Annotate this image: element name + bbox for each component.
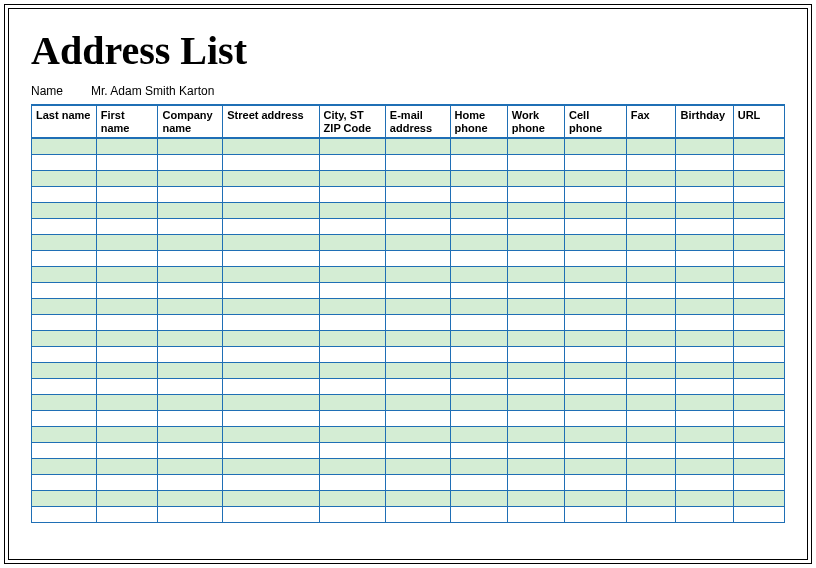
cell-fax[interactable]: [626, 186, 676, 202]
cell-fax[interactable]: [626, 298, 676, 314]
cell-city_st_zip[interactable]: [319, 362, 385, 378]
cell-cell_phone[interactable]: [565, 170, 627, 186]
cell-company_name[interactable]: [158, 218, 223, 234]
cell-last_name[interactable]: [32, 298, 97, 314]
cell-url[interactable]: [733, 490, 784, 506]
cell-work_phone[interactable]: [507, 378, 564, 394]
cell-city_st_zip[interactable]: [319, 426, 385, 442]
cell-fax[interactable]: [626, 474, 676, 490]
cell-last_name[interactable]: [32, 186, 97, 202]
cell-last_name[interactable]: [32, 506, 97, 522]
cell-fax[interactable]: [626, 266, 676, 282]
cell-email_address[interactable]: [385, 234, 450, 250]
cell-fax[interactable]: [626, 138, 676, 154]
cell-fax[interactable]: [626, 426, 676, 442]
cell-fax[interactable]: [626, 218, 676, 234]
cell-url[interactable]: [733, 394, 784, 410]
cell-street_address[interactable]: [223, 346, 319, 362]
cell-first_name[interactable]: [96, 410, 158, 426]
cell-home_phone[interactable]: [450, 234, 507, 250]
cell-home_phone[interactable]: [450, 410, 507, 426]
cell-url[interactable]: [733, 218, 784, 234]
cell-work_phone[interactable]: [507, 458, 564, 474]
cell-birthday[interactable]: [676, 234, 733, 250]
cell-fax[interactable]: [626, 282, 676, 298]
cell-company_name[interactable]: [158, 250, 223, 266]
cell-company_name[interactable]: [158, 394, 223, 410]
cell-email_address[interactable]: [385, 490, 450, 506]
cell-last_name[interactable]: [32, 218, 97, 234]
cell-home_phone[interactable]: [450, 330, 507, 346]
cell-company_name[interactable]: [158, 362, 223, 378]
cell-home_phone[interactable]: [450, 154, 507, 170]
cell-cell_phone[interactable]: [565, 218, 627, 234]
cell-work_phone[interactable]: [507, 426, 564, 442]
cell-cell_phone[interactable]: [565, 394, 627, 410]
cell-home_phone[interactable]: [450, 266, 507, 282]
cell-home_phone[interactable]: [450, 282, 507, 298]
cell-company_name[interactable]: [158, 474, 223, 490]
cell-url[interactable]: [733, 410, 784, 426]
cell-url[interactable]: [733, 250, 784, 266]
cell-first_name[interactable]: [96, 186, 158, 202]
cell-city_st_zip[interactable]: [319, 410, 385, 426]
cell-company_name[interactable]: [158, 458, 223, 474]
cell-birthday[interactable]: [676, 314, 733, 330]
cell-first_name[interactable]: [96, 282, 158, 298]
cell-birthday[interactable]: [676, 202, 733, 218]
cell-email_address[interactable]: [385, 186, 450, 202]
cell-last_name[interactable]: [32, 394, 97, 410]
cell-street_address[interactable]: [223, 314, 319, 330]
cell-last_name[interactable]: [32, 474, 97, 490]
cell-city_st_zip[interactable]: [319, 442, 385, 458]
cell-birthday[interactable]: [676, 474, 733, 490]
cell-first_name[interactable]: [96, 426, 158, 442]
cell-work_phone[interactable]: [507, 346, 564, 362]
cell-work_phone[interactable]: [507, 298, 564, 314]
cell-city_st_zip[interactable]: [319, 282, 385, 298]
cell-last_name[interactable]: [32, 138, 97, 154]
cell-city_st_zip[interactable]: [319, 490, 385, 506]
cell-birthday[interactable]: [676, 250, 733, 266]
cell-birthday[interactable]: [676, 282, 733, 298]
cell-last_name[interactable]: [32, 346, 97, 362]
cell-cell_phone[interactable]: [565, 458, 627, 474]
cell-last_name[interactable]: [32, 490, 97, 506]
cell-fax[interactable]: [626, 330, 676, 346]
cell-work_phone[interactable]: [507, 330, 564, 346]
cell-last_name[interactable]: [32, 250, 97, 266]
cell-email_address[interactable]: [385, 378, 450, 394]
cell-birthday[interactable]: [676, 490, 733, 506]
cell-home_phone[interactable]: [450, 218, 507, 234]
cell-last_name[interactable]: [32, 234, 97, 250]
cell-email_address[interactable]: [385, 410, 450, 426]
cell-first_name[interactable]: [96, 330, 158, 346]
cell-fax[interactable]: [626, 250, 676, 266]
cell-company_name[interactable]: [158, 282, 223, 298]
cell-cell_phone[interactable]: [565, 234, 627, 250]
cell-company_name[interactable]: [158, 186, 223, 202]
cell-fax[interactable]: [626, 490, 676, 506]
cell-home_phone[interactable]: [450, 314, 507, 330]
cell-home_phone[interactable]: [450, 170, 507, 186]
cell-street_address[interactable]: [223, 138, 319, 154]
cell-first_name[interactable]: [96, 250, 158, 266]
cell-fax[interactable]: [626, 506, 676, 522]
cell-city_st_zip[interactable]: [319, 234, 385, 250]
cell-url[interactable]: [733, 458, 784, 474]
cell-first_name[interactable]: [96, 346, 158, 362]
cell-birthday[interactable]: [676, 410, 733, 426]
cell-email_address[interactable]: [385, 266, 450, 282]
cell-url[interactable]: [733, 186, 784, 202]
cell-street_address[interactable]: [223, 186, 319, 202]
cell-city_st_zip[interactable]: [319, 346, 385, 362]
cell-fax[interactable]: [626, 346, 676, 362]
cell-street_address[interactable]: [223, 250, 319, 266]
cell-work_phone[interactable]: [507, 362, 564, 378]
cell-city_st_zip[interactable]: [319, 202, 385, 218]
cell-first_name[interactable]: [96, 490, 158, 506]
cell-first_name[interactable]: [96, 170, 158, 186]
cell-birthday[interactable]: [676, 298, 733, 314]
cell-street_address[interactable]: [223, 442, 319, 458]
cell-cell_phone[interactable]: [565, 410, 627, 426]
